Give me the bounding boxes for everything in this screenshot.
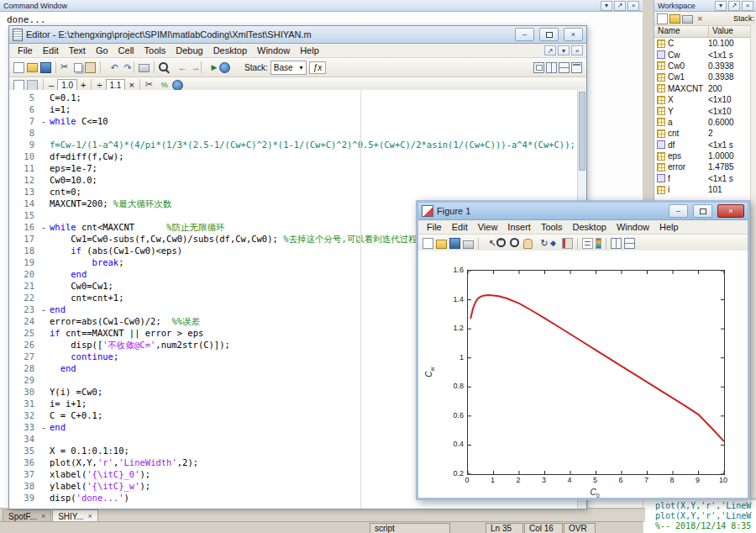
- editor-menu-item[interactable]: Edit: [38, 45, 64, 55]
- maximize-icon[interactable]: [571, 62, 582, 73]
- restore-button[interactable]: [693, 204, 712, 218]
- multiply-button[interactable]: ×: [129, 80, 134, 90]
- workspace-row-X[interactable]: X<1x10: [654, 94, 756, 105]
- workspace-row-MAXCNT[interactable]: MAXCNT200: [654, 83, 756, 94]
- workspace-row-C[interactable]: C10.100: [654, 38, 756, 49]
- editor-menu-item[interactable]: Desktop: [208, 45, 252, 55]
- close-button[interactable]: [717, 204, 744, 218]
- code-line-9[interactable]: 9 f=Cw-1/(1-a^4)*(4/pi*(1/3*(2.5-1/(Cw+C…: [9, 139, 578, 150]
- figure-canvas[interactable]: 012345678910 0.20.40.60.811.21.41.6 C0 C…: [418, 251, 748, 498]
- editor-menu-item[interactable]: Tools: [139, 45, 171, 55]
- workspace-row-i[interactable]: i101: [654, 184, 756, 195]
- edit-arrow-icon[interactable]: [483, 238, 494, 249]
- editor-menu-item[interactable]: Window: [252, 45, 295, 55]
- rotate-icon[interactable]: [535, 238, 546, 249]
- code-line-12[interactable]: 12 Cw0=10.0;: [9, 174, 578, 186]
- workspace-row-Cw[interactable]: Cw<1x1 s: [654, 49, 756, 60]
- open-icon[interactable]: [27, 63, 38, 72]
- workspace-row-f[interactable]: f<1x1 s: [654, 173, 756, 184]
- fold-marker[interactable]: -: [38, 221, 50, 233]
- dock-icon[interactable]: [544, 45, 556, 55]
- print-icon[interactable]: [139, 64, 150, 72]
- divide-button[interactable]: ÷: [97, 80, 102, 90]
- tab-close-icon[interactable]: ×: [88, 512, 92, 520]
- tile-vertical-icon[interactable]: [546, 62, 557, 73]
- print-icon[interactable]: [463, 240, 474, 249]
- delete-icon[interactable]: [695, 13, 706, 24]
- tile-horizontal-icon[interactable]: [624, 238, 635, 249]
- cascade-icon[interactable]: [533, 62, 544, 73]
- minimize-button[interactable]: [669, 204, 688, 218]
- tab-close-icon[interactable]: ×: [41, 512, 45, 520]
- editor-menu-item[interactable]: Debug: [171, 45, 207, 55]
- workspace-row-a[interactable]: a0.6000: [654, 117, 756, 128]
- run-icon[interactable]: [206, 62, 217, 73]
- menu-icon[interactable]: [558, 45, 570, 55]
- editor-menu-item[interactable]: File: [13, 45, 38, 55]
- stack-dropdown[interactable]: Base ▾: [270, 61, 307, 75]
- history-line[interactable]: plot(X,Y,'r','LineW: [643, 510, 756, 520]
- redo-icon[interactable]: [118, 62, 129, 73]
- code-line-7[interactable]: 7-while C<=10: [9, 115, 578, 127]
- figure-menu-item[interactable]: Tools: [536, 222, 568, 232]
- paste-icon[interactable]: [85, 62, 96, 73]
- save-icon[interactable]: [40, 62, 51, 73]
- workspace-row-cnt[interactable]: cnt2: [654, 128, 756, 139]
- cut-icon[interactable]: [60, 62, 71, 73]
- dock-icon[interactable]: [728, 1, 740, 11]
- print-icon[interactable]: [682, 15, 693, 24]
- zoom-out-text-button[interactable]: –: [49, 80, 54, 90]
- back-icon[interactable]: [172, 62, 183, 73]
- editor-menu-item[interactable]: Text: [64, 45, 91, 55]
- fold-marker[interactable]: -: [38, 421, 50, 433]
- publish-icon[interactable]: [172, 80, 183, 91]
- menu-icon[interactable]: [601, 1, 612, 11]
- new-cell-icon[interactable]: [13, 80, 24, 91]
- comment-icon[interactable]: [159, 80, 170, 91]
- workspace-row-error[interactable]: error1.4785: [654, 161, 756, 172]
- history-line[interactable]: %-- 2018/12/14 8:35 -: [643, 520, 756, 530]
- pan-icon[interactable]: [523, 239, 533, 249]
- editor-menu-item[interactable]: Help: [295, 45, 324, 55]
- tile-vertical-icon[interactable]: [611, 238, 622, 249]
- colorbar-icon[interactable]: [596, 238, 601, 249]
- editor-menu-item[interactable]: Go: [91, 45, 113, 55]
- figure-menu-item[interactable]: File: [422, 222, 447, 232]
- zoom-in-text-button[interactable]: +: [81, 80, 86, 90]
- brush-icon[interactable]: [562, 238, 573, 249]
- open-icon[interactable]: [436, 240, 447, 249]
- copy-icon[interactable]: [74, 63, 82, 72]
- close-icon[interactable]: [742, 1, 753, 11]
- tab-spotf[interactable]: SpotF... ×: [3, 509, 51, 522]
- figure-menu-item[interactable]: Desktop: [568, 222, 612, 232]
- new-variable-icon[interactable]: [657, 13, 668, 24]
- close-icon[interactable]: [571, 45, 583, 55]
- editor-title-bar[interactable]: Editor - E:\zhengxing\project\SPIMI\matl…: [9, 26, 586, 44]
- new-icon[interactable]: [13, 62, 24, 73]
- dock-icon[interactable]: [614, 1, 626, 11]
- figure-menu-item[interactable]: Help: [654, 222, 684, 232]
- workspace-row-df[interactable]: df<1x1 s: [654, 140, 756, 150]
- workspace-row-Cw1[interactable]: Cw10.3938: [654, 71, 756, 82]
- code-line-6[interactable]: 6 i=1;: [9, 103, 578, 115]
- zoom-out-icon[interactable]: [510, 238, 521, 249]
- minimize-button[interactable]: [515, 28, 534, 41]
- column-value[interactable]: Value: [709, 26, 756, 37]
- plot-axes[interactable]: [467, 270, 725, 475]
- editor-menu-item[interactable]: Cell: [113, 45, 139, 55]
- workspace-row-Cw0[interactable]: Cw00.3938: [654, 61, 756, 71]
- data-cursor-icon[interactable]: [549, 238, 559, 249]
- workspace-header[interactable]: Workspace: [654, 0, 756, 12]
- undo-icon[interactable]: [105, 62, 116, 73]
- publish-icon[interactable]: [219, 62, 230, 73]
- code-line-5[interactable]: 5 C=0.1;: [9, 92, 578, 103]
- figure-menu-item[interactable]: Edit: [447, 222, 473, 232]
- tab-shiyan[interactable]: SHIY... ×: [52, 509, 98, 522]
- forward-icon[interactable]: [186, 62, 197, 73]
- status-overwrite[interactable]: OVR: [564, 523, 596, 533]
- cut-icon[interactable]: [145, 80, 156, 91]
- workspace-row-Y[interactable]: Y<1x10: [654, 105, 756, 116]
- code-line-11[interactable]: 11 eps=1e-7;: [9, 162, 578, 174]
- command-window-header[interactable]: Command Window: [0, 0, 643, 12]
- fold-marker[interactable]: -: [38, 115, 50, 127]
